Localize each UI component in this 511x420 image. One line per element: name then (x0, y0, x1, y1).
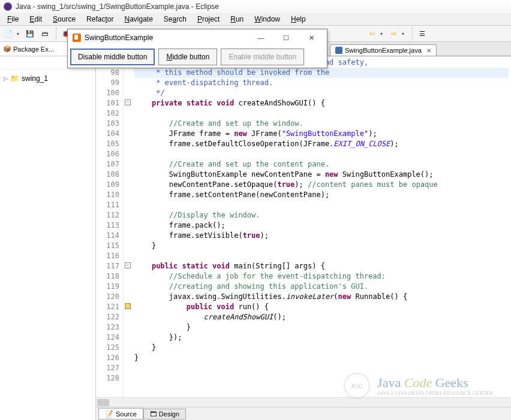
design-tab[interactable]: 🗔 Design (143, 409, 186, 419)
package-explorer-panel: 📦 Package Ex... ⇄ 🔗 ▽ ▷ 📁 swing_1 (0, 42, 96, 420)
editor-area: SwingButtonExample.java ✕ 97989910010110… (96, 42, 511, 420)
swing-titlebar[interactable]: SwingButtonExample — ☐ ✕ (68, 29, 327, 46)
menu-edit[interactable]: Edit (25, 14, 47, 25)
editor-body[interactable]: 9798991001011021031041051061071081091101… (96, 56, 511, 397)
editor-tab-label: SwingButtonExample.java (345, 47, 422, 54)
enable-middle-button[interactable]: Enable middle button (221, 49, 304, 65)
menu-refactor[interactable]: Refactor (82, 14, 118, 25)
expand-icon[interactable]: ▷ (4, 75, 8, 81)
menu-file[interactable]: File (2, 14, 23, 25)
java-app-icon (73, 34, 81, 42)
perspective-button[interactable]: ☰ (416, 28, 428, 40)
tree-item-label: swing_1 (22, 74, 48, 83)
maximize-button[interactable]: ☐ (275, 31, 297, 45)
line-gutter: 9798991001011021031041051061071081091101… (96, 56, 124, 397)
fold-toggle[interactable]: − (125, 262, 131, 268)
fold-toggle[interactable]: − (125, 99, 131, 105)
horizontal-scrollbar[interactable] (96, 397, 511, 407)
package-tree: ▷ 📁 swing_1 (0, 70, 95, 87)
editor-tab-active[interactable]: SwingButtonExample.java ✕ (330, 44, 437, 56)
menubar: File Edit Source Refactor Navigate Searc… (0, 13, 511, 25)
warning-icon (125, 303, 131, 309)
menu-project[interactable]: Project (193, 14, 224, 25)
middle-button[interactable]: Middle button (158, 49, 217, 65)
source-tab[interactable]: 📝 Source (98, 408, 143, 419)
close-button[interactable]: ✕ (300, 31, 322, 45)
close-icon[interactable]: ✕ (426, 47, 431, 54)
menu-window[interactable]: Window (250, 14, 285, 25)
swing-window-title: SwingButtonExample (85, 34, 153, 42)
fold-strip: −−− (124, 56, 132, 397)
menu-search[interactable]: Search (159, 14, 191, 25)
swing-example-window[interactable]: SwingButtonExample — ☐ ✕ Disable middle … (67, 29, 327, 68)
code-area[interactable]: * Create the GUI and show it. For thread… (132, 56, 511, 397)
editor-bottom-tabs: 📝 Source 🗔 Design (96, 407, 511, 420)
new-button[interactable]: 📄 (2, 28, 14, 40)
forward-button[interactable]: ⇨ (387, 28, 399, 40)
save-all-button[interactable]: 🗃 (38, 28, 50, 40)
window-title: Java - swing_1/src/swing_1/SwingButtonEx… (16, 2, 219, 11)
design-icon: 🗔 (150, 410, 157, 418)
minimize-button[interactable]: — (250, 31, 272, 45)
menu-run[interactable]: Run (226, 14, 248, 25)
swing-content-pane: Disable middle button Middle button Enab… (68, 46, 327, 68)
eclipse-icon (4, 2, 12, 11)
menu-help[interactable]: Help (286, 14, 311, 25)
package-explorer-label: Package Ex... (13, 46, 54, 53)
source-icon: 📝 (105, 410, 113, 418)
menu-navigate[interactable]: Navigate (119, 14, 157, 25)
eclipse-titlebar: Java - swing_1/src/swing_1/SwingButtonEx… (0, 0, 511, 13)
save-button[interactable]: 💾 (24, 28, 36, 40)
menu-source[interactable]: Source (48, 14, 80, 25)
scroll-thumb[interactable] (97, 399, 109, 406)
java-file-icon (335, 47, 342, 54)
project-icon: 📁 (10, 74, 19, 83)
package-icon: 📦 (4, 46, 11, 53)
tree-item-project[interactable]: ▷ 📁 swing_1 (4, 73, 92, 84)
new-dropdown[interactable]: ▾ (17, 31, 22, 37)
back-button[interactable]: ⇦ (366, 28, 378, 40)
disable-middle-button[interactable]: Disable middle button (70, 49, 155, 65)
